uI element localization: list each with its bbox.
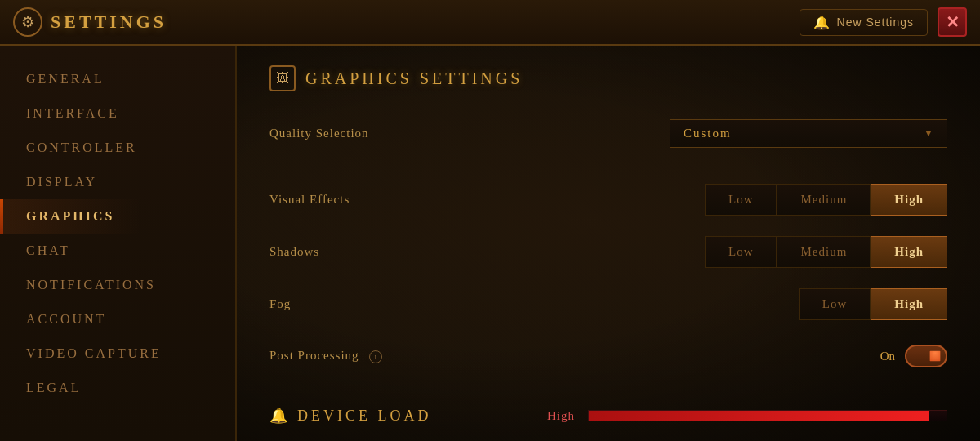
shadows-control: Low Medium High <box>531 236 947 268</box>
sidebar-item-general[interactable]: GENERAL <box>0 62 235 96</box>
divider-1 <box>270 167 947 167</box>
bell-icon: 🔔 <box>270 407 287 425</box>
shadows-high-button[interactable]: High <box>871 236 947 268</box>
device-load-section: 🔔 DEVICE LOAD High <box>270 407 947 425</box>
divider-2 <box>270 390 947 390</box>
post-processing-toggle[interactable] <box>905 345 947 368</box>
sidebar-item-graphics[interactable]: GRAPHICS <box>0 199 235 234</box>
sidebar-item-video-capture[interactable]: VIDEO CAPTURE <box>0 336 235 371</box>
header: ⚙ SETTINGS 🔔 New Settings ✕ <box>0 0 980 46</box>
sidebar-item-display[interactable]: DISPLAY <box>0 165 235 199</box>
shadows-row: Shadows Low Medium High <box>270 233 947 270</box>
fog-low-button[interactable]: Low <box>799 288 871 320</box>
shadows-buttons: Low Medium High <box>705 236 947 268</box>
quality-selection-row: Quality Selection Custom ▼ <box>270 114 947 152</box>
shadows-medium-button[interactable]: Medium <box>777 236 871 268</box>
device-load-right: High <box>547 409 947 423</box>
visual-effects-medium-button[interactable]: Medium <box>777 184 871 216</box>
device-load-title: DEVICE LOAD <box>297 408 431 425</box>
post-processing-control: On <box>531 345 947 368</box>
visual-effects-low-button[interactable]: Low <box>705 184 777 216</box>
header-left: ⚙ SETTINGS <box>13 7 167 37</box>
shadows-label: Shadows <box>270 245 531 259</box>
sidebar-item-interface[interactable]: INTERFACE <box>0 96 235 131</box>
new-settings-label: New Settings <box>837 16 914 29</box>
visual-effects-high-button[interactable]: High <box>871 184 947 216</box>
sidebar: GENERAL INTERFACE CONTROLLER DISPLAY GRA… <box>0 46 237 441</box>
close-button[interactable]: ✕ <box>938 7 967 37</box>
new-settings-button[interactable]: 🔔 New Settings <box>800 9 928 36</box>
quality-selection-value: Custom <box>684 127 732 140</box>
header-right: 🔔 New Settings ✕ <box>800 7 967 37</box>
sidebar-item-legal[interactable]: LEGAL <box>0 371 235 405</box>
post-processing-value: On <box>880 350 895 363</box>
visual-effects-row: Visual Effects Low Medium High <box>270 180 947 218</box>
graphics-title: GRAPHICS SETTINGS <box>305 69 523 88</box>
fog-row: Fog Low High <box>270 285 947 323</box>
main-layout: GENERAL INTERFACE CONTROLLER DISPLAY GRA… <box>0 46 980 441</box>
content-area: 🖼 GRAPHICS SETTINGS Quality Selection Cu… <box>237 46 980 441</box>
sidebar-item-chat[interactable]: CHAT <box>0 234 235 268</box>
close-icon: ✕ <box>946 12 960 32</box>
visual-effects-control: Low Medium High <box>531 184 947 216</box>
shadows-low-button[interactable]: Low <box>705 236 777 268</box>
sidebar-item-account[interactable]: ACCOUNT <box>0 302 235 336</box>
fog-high-button[interactable]: High <box>871 288 947 320</box>
post-processing-toggle-container: On <box>880 345 947 368</box>
sidebar-item-notifications[interactable]: NOTIFICATIONS <box>0 268 235 302</box>
post-processing-row: Post Processing i On <box>270 337 947 375</box>
fog-buttons: Low High <box>799 288 947 320</box>
sidebar-item-controller[interactable]: CONTROLLER <box>0 131 235 165</box>
info-icon[interactable]: i <box>369 350 382 363</box>
device-load-header: 🔔 DEVICE LOAD <box>270 407 531 425</box>
toggle-track <box>905 345 947 368</box>
fog-control: Low High <box>531 288 947 320</box>
dropdown-arrow-icon: ▼ <box>924 127 933 140</box>
device-load-bar-fill <box>589 411 929 421</box>
fog-label: Fog <box>270 297 531 311</box>
quality-selection-dropdown[interactable]: Custom ▼ <box>670 119 947 148</box>
post-processing-label: Post Processing i <box>270 349 531 363</box>
toggle-gem-icon <box>924 345 945 366</box>
settings-title: SETTINGS <box>51 11 167 33</box>
graphics-section-header: 🖼 GRAPHICS SETTINGS <box>270 65 947 91</box>
new-settings-icon: 🔔 <box>813 15 831 30</box>
gear-icon: ⚙ <box>13 7 42 37</box>
graphics-icon: 🖼 <box>270 65 296 91</box>
device-load-bar-container <box>588 410 947 421</box>
visual-effects-label: Visual Effects <box>270 193 531 207</box>
quality-selection-control: Custom ▼ <box>531 119 947 148</box>
quality-selection-label: Quality Selection <box>270 127 531 140</box>
visual-effects-buttons: Low Medium High <box>705 184 947 216</box>
device-load-level: High <box>547 409 575 423</box>
